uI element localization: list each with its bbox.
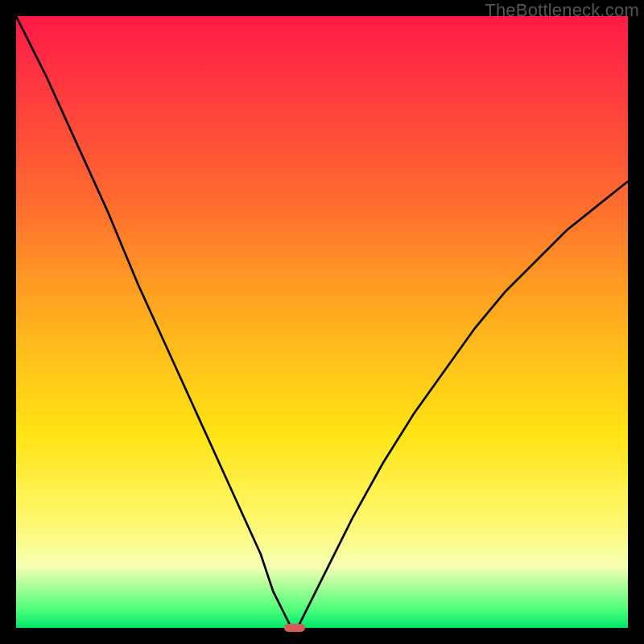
chart-frame: TheBottleneck.com (0, 0, 644, 644)
minimum-marker (284, 624, 305, 632)
bottleneck-curve-right (298, 181, 628, 628)
plot-area (16, 16, 628, 628)
curve-svg (16, 16, 628, 628)
bottleneck-curve-left (16, 16, 291, 628)
